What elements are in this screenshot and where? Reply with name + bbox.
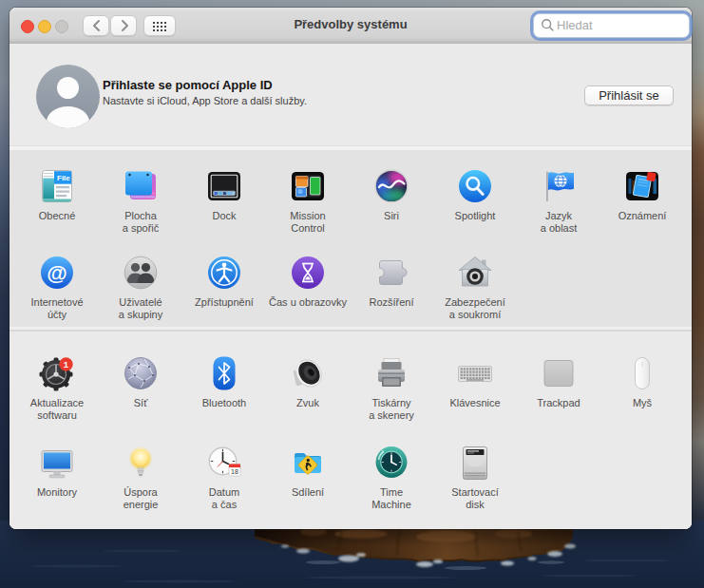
svg-text:File: File <box>57 174 70 182</box>
svg-text:18: 18 <box>231 468 238 475</box>
svg-text:1: 1 <box>64 359 69 370</box>
svg-text:@: @ <box>47 261 67 285</box>
